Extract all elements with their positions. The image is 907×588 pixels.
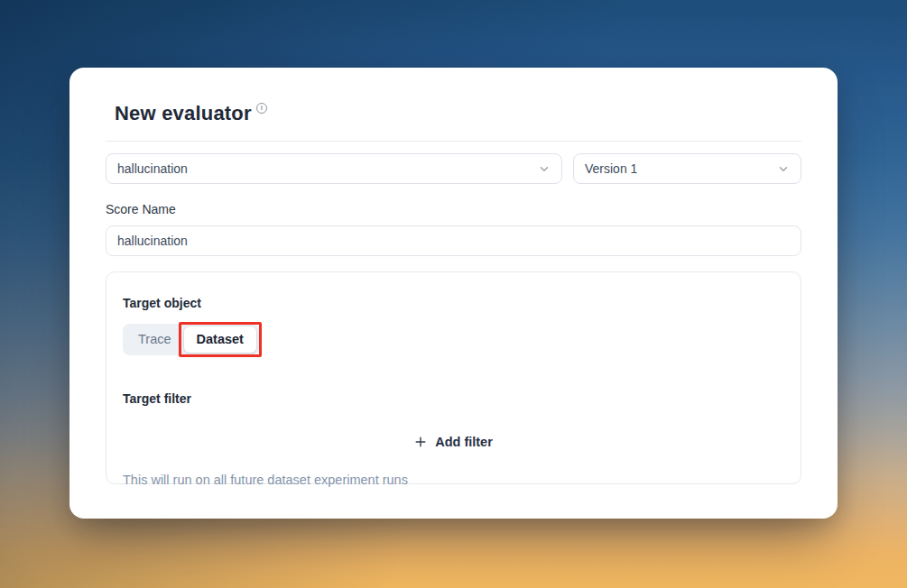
info-icon[interactable]: i — [256, 103, 267, 114]
target-object-label: Target object — [123, 296, 784, 310]
score-name-input[interactable] — [106, 225, 801, 256]
evaluator-select-value: hallucination — [117, 161, 188, 176]
plus-icon — [414, 436, 427, 448]
target-card: Target object Trace Dataset Target filte… — [106, 271, 801, 484]
target-object-toggle: Trace Dataset — [123, 324, 259, 355]
target-filter-label: Target filter — [123, 391, 784, 406]
version-select[interactable]: Version 1 — [573, 153, 801, 184]
add-filter-label: Add filter — [435, 435, 493, 449]
new-evaluator-dialog: New evaluator i hallucination Version 1 … — [69, 68, 838, 519]
page-background: { "modal": { "title": "New evaluator", "… — [0, 0, 907, 588]
helper-text: This will run on all future dataset expe… — [123, 473, 784, 487]
page-title: New evaluator — [115, 102, 252, 125]
evaluator-select[interactable]: hallucination — [106, 153, 562, 184]
dialog-header: New evaluator i — [106, 102, 801, 125]
chevron-down-icon — [777, 162, 790, 175]
add-filter-button[interactable]: Add filter — [405, 429, 502, 455]
toggle-option-trace[interactable]: Trace — [125, 326, 184, 353]
chevron-down-icon — [538, 162, 551, 175]
selects-row: hallucination Version 1 — [106, 153, 801, 184]
score-name-label: Score Name — [106, 202, 801, 216]
version-select-value: Version 1 — [585, 161, 637, 176]
title-divider — [106, 141, 801, 142]
toggle-option-dataset[interactable]: Dataset — [184, 326, 256, 353]
toggle-option-dataset-label: Dataset — [197, 332, 244, 346]
add-filter-row: Add filter — [123, 429, 784, 455]
